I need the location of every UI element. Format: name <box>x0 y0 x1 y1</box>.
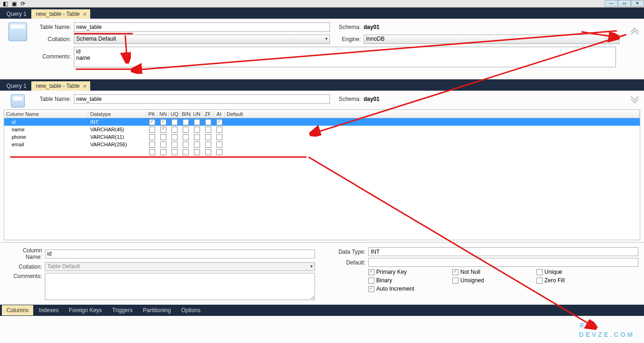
checkbox[interactable] <box>160 119 166 125</box>
schema-label: Schema: <box>337 24 364 30</box>
tab-new-table[interactable]: new_table - Table ✕ <box>31 9 90 19</box>
table-row[interactable]: idINT <box>4 118 640 126</box>
bottom-tab-triggers[interactable]: Triggers <box>107 305 137 315</box>
checkbox[interactable] <box>537 269 543 275</box>
tab-new-table-b[interactable]: new_table - Table ✕ <box>31 81 90 91</box>
checkbox[interactable] <box>205 149 211 155</box>
table-row[interactable]: nameVARCHAR(45) <box>4 126 640 133</box>
checkbox[interactable] <box>194 149 200 155</box>
table-form-panel-2: Table Name: Schema: day01 <box>0 91 644 109</box>
flag-bi[interactable]: Binary <box>368 277 452 284</box>
collapse-icon[interactable] <box>630 25 639 36</box>
checkbox[interactable] <box>160 127 166 133</box>
engine-label: Engine: <box>337 36 364 43</box>
table-name-input[interactable] <box>74 94 330 104</box>
checkbox[interactable] <box>452 278 458 284</box>
checkbox[interactable] <box>183 149 189 155</box>
comments-textarea[interactable] <box>74 47 616 67</box>
minimize-button[interactable]: — <box>605 0 618 7</box>
toolbar-icon[interactable]: ◧ <box>3 0 8 7</box>
checkbox[interactable] <box>194 119 200 125</box>
checkbox[interactable] <box>368 286 374 292</box>
table-row[interactable]: phoneVARCHAR(11) <box>4 133 640 141</box>
bottom-tab-columns[interactable]: Columns <box>2 305 33 315</box>
checkbox[interactable] <box>149 119 155 125</box>
bottom-tab-indexes[interactable]: Indexes <box>34 305 63 315</box>
table-name-input[interactable] <box>74 22 330 32</box>
col-collation-select[interactable]: Table Default▾ <box>45 262 315 271</box>
checkbox[interactable] <box>216 127 222 133</box>
table-row[interactable] <box>4 148 640 156</box>
checkbox[interactable] <box>216 149 222 155</box>
collation-select[interactable]: Schema Default▾ <box>74 35 330 44</box>
maximize-button[interactable]: ▭ <box>618 0 631 7</box>
tab-query1[interactable]: Query 1 <box>2 9 31 19</box>
bottom-tab-options[interactable]: Options <box>177 305 205 315</box>
engine-select[interactable]: InnoDB▾ <box>364 35 620 44</box>
schema-value: day01 <box>364 24 379 30</box>
columns-header: Column Name Datatype PK NN UQ BIN UN ZF … <box>4 110 640 118</box>
close-icon[interactable]: ✕ <box>83 12 86 17</box>
bottom-tab-foreign-keys[interactable]: Foreign Keys <box>64 305 107 315</box>
columns-table[interactable]: Column Name Datatype PK NN UQ BIN UN ZF … <box>4 109 640 240</box>
checkbox[interactable] <box>149 127 155 133</box>
tab-bar-2: Query 1 new_table - Table ✕ <box>0 79 644 91</box>
checkbox[interactable] <box>537 278 543 284</box>
flag-pk[interactable]: Primary Key <box>368 269 452 275</box>
checkbox[interactable] <box>205 127 211 133</box>
checkbox[interactable] <box>149 142 155 148</box>
table-icon <box>11 94 25 107</box>
chevron-down-icon: ▾ <box>310 264 313 269</box>
toolbar-icon[interactable]: ▣ <box>12 0 17 7</box>
table-row[interactable]: emailVARCHAR(256) <box>4 141 640 148</box>
checkbox[interactable] <box>368 278 374 284</box>
toolbar-icon[interactable]: ⟳ <box>21 0 25 7</box>
datatype-input[interactable] <box>368 247 638 256</box>
checkbox[interactable] <box>172 127 178 133</box>
checkbox[interactable] <box>194 142 200 148</box>
checkbox[interactable] <box>149 149 155 155</box>
checkbox[interactable] <box>183 119 189 125</box>
checkbox[interactable] <box>160 149 166 155</box>
col-name-label: Column Name: <box>6 247 45 260</box>
checkbox[interactable] <box>205 134 211 140</box>
table-icon <box>8 22 27 41</box>
checkbox[interactable] <box>172 134 178 140</box>
table-form-panel-1: Table Name: Schema: day01 Collation: Sch… <box>0 19 644 79</box>
flag-uq[interactable]: Unique <box>537 269 621 275</box>
expand-icon[interactable] <box>630 94 639 105</box>
bottom-tab-partitioning[interactable]: Partitioning <box>138 305 176 315</box>
checkbox[interactable] <box>368 269 374 275</box>
default-input[interactable] <box>368 258 638 267</box>
columns-body[interactable]: idINTnameVARCHAR(45)phoneVARCHAR(11)emai… <box>4 118 640 156</box>
checkbox[interactable] <box>172 149 178 155</box>
schema-label: Schema: <box>337 96 364 102</box>
chevron-down-icon: ▾ <box>615 36 617 41</box>
checkbox[interactable] <box>194 127 200 133</box>
checkbox[interactable] <box>216 142 222 148</box>
flag-ai[interactable]: Auto Increment <box>368 286 452 292</box>
flag-us[interactable]: Unsigned <box>452 277 537 284</box>
col-name-input[interactable] <box>45 250 315 258</box>
checkbox[interactable] <box>160 142 166 148</box>
flag-zf[interactable]: Zero Fill <box>537 277 621 284</box>
close-button[interactable]: ✕ <box>631 0 644 7</box>
checkbox[interactable] <box>183 142 189 148</box>
tab-query1-b[interactable]: Query 1 <box>2 81 31 91</box>
flag-nn[interactable]: Not Null <box>452 269 537 275</box>
checkbox[interactable] <box>205 119 211 125</box>
checkbox[interactable] <box>216 119 222 125</box>
checkbox[interactable] <box>183 134 189 140</box>
checkbox[interactable] <box>183 127 189 133</box>
bottom-tab-bar: ColumnsIndexesForeign KeysTriggersPartit… <box>0 305 644 316</box>
checkbox[interactable] <box>172 142 178 148</box>
checkbox[interactable] <box>149 134 155 140</box>
checkbox[interactable] <box>452 269 458 275</box>
checkbox[interactable] <box>216 134 222 140</box>
checkbox[interactable] <box>172 119 178 125</box>
close-icon[interactable]: ✕ <box>83 84 86 89</box>
checkbox[interactable] <box>160 134 166 140</box>
checkbox[interactable] <box>205 142 211 148</box>
checkbox[interactable] <box>194 134 200 140</box>
col-comments-textarea[interactable] <box>45 273 315 300</box>
